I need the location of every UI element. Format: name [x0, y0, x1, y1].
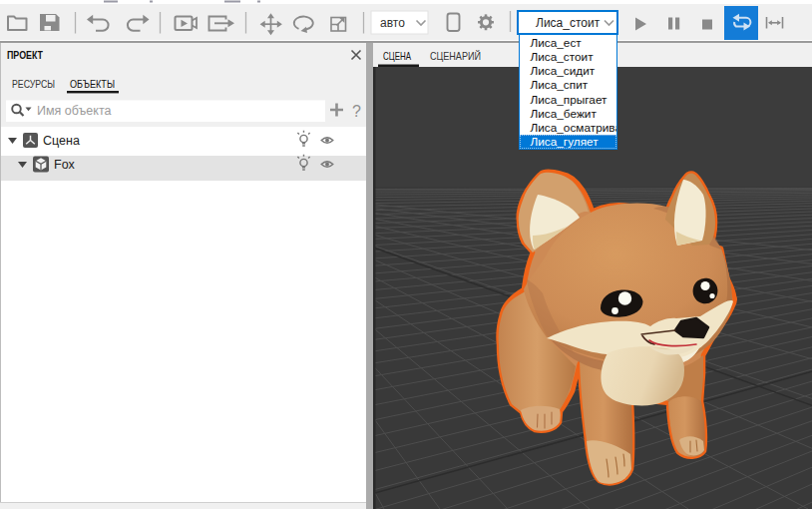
svg-text:СЦЕНАРИЙ: СЦЕНАРИЙ [430, 50, 481, 62]
svg-text:СЦЕНА: СЦЕНА [383, 50, 412, 62]
svg-text:Имя объекта: Имя объекта [37, 104, 111, 118]
svg-text:Сцена: Сцена [43, 134, 80, 148]
svg-text:ОБЪЕКТЫ: ОБЪЕКТЫ [70, 78, 115, 90]
svg-text:Fox: Fox [54, 158, 76, 172]
svg-text:ПРОЕКТ: ПРОЕКТ [7, 49, 43, 61]
svg-text:?: ? [352, 103, 361, 120]
svg-text:Лиса_стоит: Лиса_стоит [536, 16, 601, 30]
svg-text:авто: авто [380, 16, 405, 30]
svg-text:РЕСУРСЫ: РЕСУРСЫ [12, 78, 55, 90]
